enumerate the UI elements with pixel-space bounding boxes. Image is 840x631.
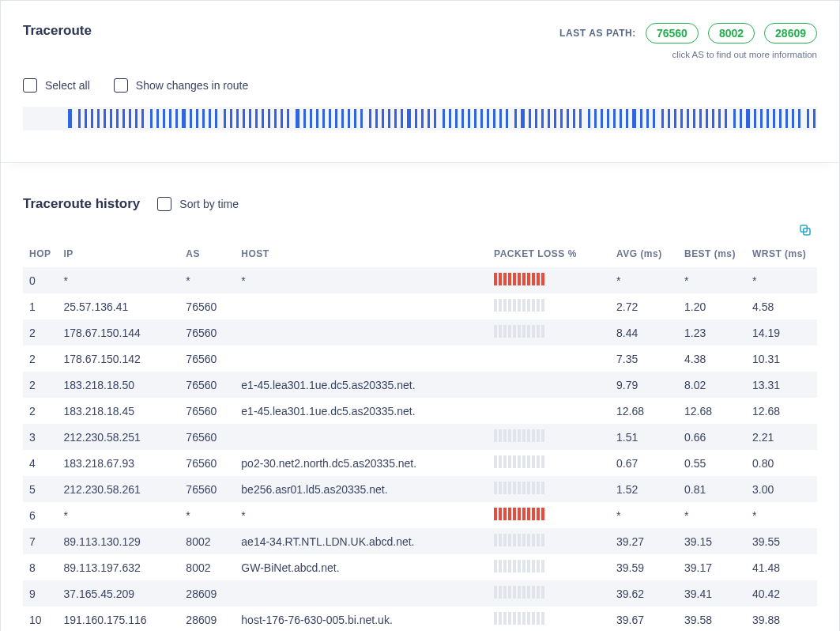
cell-best: 0.66: [678, 424, 746, 450]
cell-as: 76560: [179, 372, 235, 398]
cell-as: 76560: [179, 476, 235, 502]
select-all-label: Select all: [45, 79, 90, 92]
table-row[interactable]: 5212.230.58.26176560be256.asr01.ld5.as20…: [23, 476, 817, 502]
traceroute-panel: Traceroute LAST AS PATH: 76560 8002 2860…: [1, 1, 839, 163]
cell-host: [235, 293, 488, 319]
cell-host: *: [235, 502, 488, 528]
cell-as: 28609: [179, 606, 235, 631]
table-row[interactable]: 2178.67.150.142765607.354.3810.31: [23, 346, 817, 372]
cell-best: 1.23: [678, 319, 746, 346]
cell-pkt: [488, 424, 610, 450]
cell-hop: 3: [23, 424, 57, 450]
cell-as: 76560: [179, 293, 235, 319]
cell-as: 8002: [179, 554, 235, 580]
cell-best: 39.58: [678, 606, 746, 631]
cell-ip: 212.230.58.251: [57, 424, 179, 450]
table-row[interactable]: 0******: [23, 267, 817, 293]
cell-host: [235, 346, 488, 372]
table-row[interactable]: 789.113.130.1298002ae14-34.RT.NTL.LDN.UK…: [23, 528, 817, 554]
cell-host: [235, 319, 488, 346]
select-all-checkbox[interactable]: Select all: [23, 78, 90, 93]
cell-hop: 2: [23, 398, 57, 424]
table-row[interactable]: 4183.218.67.9376560po2-30.net2.north.dc5…: [23, 450, 817, 476]
cell-avg: *: [610, 502, 678, 528]
cell-ip: 183.218.67.93: [57, 450, 179, 476]
cell-ip: 191.160.175.116: [57, 606, 179, 631]
cell-host: e1-45.lea301.1ue.dc5.as20335.net.: [235, 372, 488, 398]
cell-avg: 1.52: [610, 476, 678, 502]
cell-best: 4.38: [678, 346, 746, 372]
cell-host: ae14-34.RT.NTL.LDN.UK.abcd.net.: [235, 528, 488, 554]
col-as[interactable]: AS: [179, 244, 235, 267]
history-title: Traceroute history: [23, 196, 140, 212]
cell-ip: 89.113.197.632: [57, 554, 179, 580]
cell-avg: 39.27: [610, 528, 678, 554]
cell-wrst: *: [746, 267, 817, 293]
cell-hop: 9: [23, 580, 57, 606]
col-pkt[interactable]: PACKET LOSS %: [488, 244, 610, 267]
cell-best: 39.41: [678, 580, 746, 606]
cell-hop: 2: [23, 372, 57, 398]
cell-best: 0.81: [678, 476, 746, 502]
cell-avg: 39.59: [610, 554, 678, 580]
show-changes-checkbox[interactable]: Show changes in route: [114, 78, 248, 93]
sort-by-time-checkbox[interactable]: Sort by time: [157, 197, 239, 211]
show-changes-label: Show changes in route: [136, 79, 248, 92]
cell-ip: 183.218.18.50: [57, 372, 179, 398]
col-best[interactable]: BEST (ms): [678, 244, 746, 267]
cell-wrst: 40.42: [746, 580, 817, 606]
cell-avg: 9.79: [610, 372, 678, 398]
cell-hop: 7: [23, 528, 57, 554]
table-row[interactable]: 10191.160.175.11628609host-176-76-630-00…: [23, 606, 817, 631]
cell-wrst: 39.88: [746, 606, 817, 631]
col-ip[interactable]: IP: [57, 244, 179, 267]
table-row[interactable]: 889.113.197.6328002GW-BiNet.abcd.net.39.…: [23, 554, 817, 580]
route-timeline[interactable]: [23, 107, 817, 130]
cell-ip: 178.67.150.144: [57, 319, 179, 346]
cell-ip: *: [57, 267, 179, 293]
cell-pkt: [488, 450, 610, 476]
col-wrst[interactable]: WRST (ms): [746, 244, 817, 267]
cell-ip: 37.165.45.209: [57, 580, 179, 606]
col-host[interactable]: HOST: [235, 244, 488, 267]
checkbox-icon: [157, 197, 171, 211]
cell-hop: 2: [23, 319, 57, 346]
cell-avg: 0.67: [610, 450, 678, 476]
cell-host: [235, 580, 488, 606]
cell-pkt: [488, 398, 610, 424]
cell-hop: 1: [23, 293, 57, 319]
cell-hop: 2: [23, 346, 57, 372]
table-row[interactable]: 2183.218.18.4576560e1-45.lea301.1ue.dc5.…: [23, 398, 817, 424]
cell-pkt: [488, 580, 610, 606]
checkbox-icon: [23, 78, 37, 93]
as-pill-2[interactable]: 28609: [764, 23, 817, 43]
copy-icon[interactable]: [798, 223, 812, 240]
cell-avg: 8.44: [610, 319, 678, 346]
cell-pkt: [488, 502, 610, 528]
cell-host: be256.asr01.ld5.as20335.net.: [235, 476, 488, 502]
cell-ip: 183.218.18.45: [57, 398, 179, 424]
cell-ip: 25.57.136.41: [57, 293, 179, 319]
table-row[interactable]: 6******: [23, 502, 817, 528]
as-pill-0[interactable]: 76560: [646, 23, 699, 43]
table-row[interactable]: 2178.67.150.144765608.441.2314.19: [23, 319, 817, 346]
table-row[interactable]: 937.165.45.2092860939.6239.4140.42: [23, 580, 817, 606]
cell-hop: 4: [23, 450, 57, 476]
cell-wrst: 2.21: [746, 424, 817, 450]
col-hop[interactable]: HOP: [23, 244, 57, 267]
cell-wrst: 13.31: [746, 372, 817, 398]
cell-pkt: [488, 476, 610, 502]
cell-hop: 0: [23, 267, 57, 293]
sort-by-time-label: Sort by time: [179, 198, 239, 210]
cell-wrst: *: [746, 502, 817, 528]
table-row[interactable]: 125.57.136.41765602.721.204.58: [23, 293, 817, 319]
table-row[interactable]: 2183.218.18.5076560e1-45.lea301.1ue.dc5.…: [23, 372, 817, 398]
cell-best: 39.17: [678, 554, 746, 580]
as-pill-1[interactable]: 8002: [708, 23, 755, 43]
history-panel: Traceroute history Sort by time HOP IP A…: [1, 174, 839, 631]
cell-avg: 2.72: [610, 293, 678, 319]
cell-wrst: 3.00: [746, 476, 817, 502]
cell-host: *: [235, 267, 488, 293]
col-avg[interactable]: AVG (ms): [610, 244, 678, 267]
table-row[interactable]: 3212.230.58.251765601.510.662.21: [23, 424, 817, 450]
